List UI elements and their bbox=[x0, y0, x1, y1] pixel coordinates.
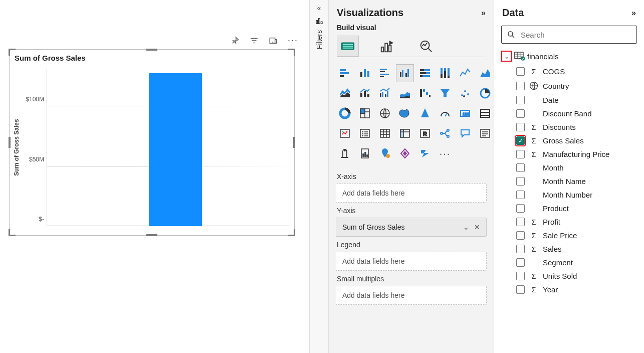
decomposition-tree-icon[interactable] bbox=[436, 124, 454, 142]
field-row[interactable]: Country bbox=[501, 78, 637, 93]
y-axis-well[interactable]: Sum of Gross Sales ⌄ ✕ bbox=[336, 218, 487, 237]
chevron-down-icon[interactable]: ⌄ bbox=[463, 223, 469, 231]
resize-handle[interactable] bbox=[9, 229, 16, 236]
resize-handle[interactable] bbox=[146, 49, 157, 51]
field-checkbox[interactable] bbox=[516, 177, 525, 186]
kpi-icon[interactable] bbox=[336, 124, 354, 142]
field-checkbox[interactable] bbox=[516, 204, 525, 213]
field-checkbox[interactable] bbox=[516, 150, 525, 158]
field-row[interactable]: Month bbox=[501, 161, 637, 174]
scatter-chart-icon[interactable] bbox=[456, 84, 474, 102]
field-row[interactable]: ✓Gross Sales bbox=[501, 134, 637, 147]
report-canvas[interactable]: ··· Sum of Gross Sales Sum of Gross Sale… bbox=[0, 0, 309, 353]
line-clustered-column-icon[interactable] bbox=[376, 84, 394, 102]
field-checkbox[interactable] bbox=[516, 123, 525, 131]
table-icon[interactable] bbox=[376, 124, 394, 142]
tab-build-visual[interactable] bbox=[337, 36, 359, 57]
filled-map-icon[interactable] bbox=[396, 104, 414, 122]
search-box[interactable] bbox=[501, 26, 637, 44]
line-stacked-column-icon[interactable] bbox=[356, 84, 374, 102]
stacked-column-chart-icon[interactable] bbox=[356, 64, 374, 82]
resize-handle[interactable] bbox=[9, 49, 16, 56]
narrative-icon[interactable] bbox=[476, 124, 494, 142]
stacked-area-chart-icon[interactable] bbox=[336, 84, 354, 102]
field-row[interactable]: Product bbox=[501, 202, 637, 215]
pin-icon[interactable] bbox=[231, 36, 240, 45]
field-row[interactable]: Sales bbox=[501, 242, 637, 256]
get-more-visuals-icon[interactable]: ··· bbox=[436, 144, 454, 162]
collapse-pane-icon[interactable]: » bbox=[481, 9, 486, 18]
field-checkbox[interactable] bbox=[516, 258, 525, 267]
power-automate-icon[interactable] bbox=[416, 144, 434, 162]
resize-handle[interactable] bbox=[288, 229, 295, 236]
field-checkbox[interactable] bbox=[516, 272, 525, 280]
field-row[interactable]: Units Sold bbox=[501, 269, 637, 283]
field-row[interactable]: Profit bbox=[501, 215, 637, 229]
resize-handle[interactable] bbox=[293, 137, 295, 148]
collapse-table-icon[interactable]: ⌄ bbox=[501, 51, 512, 62]
bar[interactable] bbox=[149, 73, 202, 226]
field-row[interactable]: COGS bbox=[501, 65, 637, 78]
field-row[interactable]: Month Number bbox=[501, 188, 637, 202]
resize-handle[interactable] bbox=[288, 49, 295, 56]
azure-map-icon[interactable] bbox=[416, 104, 434, 122]
field-checkbox[interactable]: ✓ bbox=[516, 136, 525, 145]
field-checkbox[interactable] bbox=[516, 96, 525, 104]
stacked-bar-chart-icon[interactable] bbox=[336, 64, 354, 82]
small-multiples-well[interactable]: Add data fields here bbox=[336, 286, 487, 305]
field-checkbox[interactable] bbox=[516, 109, 525, 118]
donut-chart-icon[interactable] bbox=[336, 104, 354, 122]
field-checkbox[interactable] bbox=[516, 67, 525, 76]
goals-icon[interactable] bbox=[336, 144, 354, 162]
field-row[interactable]: Year bbox=[501, 283, 637, 296]
arcgis-icon[interactable] bbox=[376, 144, 394, 162]
card-icon[interactable]: 123 bbox=[456, 104, 474, 122]
area-chart-icon[interactable] bbox=[476, 64, 494, 82]
field-row[interactable]: Discounts bbox=[501, 120, 637, 134]
field-checkbox[interactable] bbox=[516, 218, 525, 226]
expand-filters-icon[interactable]: « bbox=[317, 4, 321, 12]
field-checkbox[interactable] bbox=[516, 82, 525, 90]
resize-handle[interactable] bbox=[146, 234, 157, 236]
power-apps-icon[interactable] bbox=[396, 144, 414, 162]
filters-label[interactable]: Filters bbox=[315, 30, 323, 49]
r-visual-icon[interactable]: R bbox=[416, 124, 434, 142]
field-row[interactable]: Sale Price bbox=[501, 229, 637, 242]
collapse-pane-icon[interactable]: » bbox=[631, 9, 636, 18]
ribbon-chart-icon[interactable] bbox=[396, 84, 414, 102]
map-icon[interactable] bbox=[376, 104, 394, 122]
tab-format-visual[interactable] bbox=[376, 36, 398, 57]
remove-field-icon[interactable]: ✕ bbox=[474, 223, 480, 231]
field-row[interactable]: Manufacturing Price bbox=[501, 147, 637, 161]
x-axis-well[interactable]: Add data fields here bbox=[336, 184, 487, 203]
gauge-icon[interactable] bbox=[436, 104, 454, 122]
table-node[interactable]: ⌄ financials bbox=[494, 49, 644, 65]
multi-row-card-icon[interactable] bbox=[476, 104, 494, 122]
focus-mode-icon[interactable] bbox=[269, 36, 278, 45]
paginated-report-icon[interactable] bbox=[356, 144, 374, 162]
filter-icon[interactable] bbox=[250, 36, 259, 45]
field-row[interactable]: Discount Band bbox=[501, 107, 637, 120]
waterfall-chart-icon[interactable] bbox=[416, 84, 434, 102]
field-checkbox[interactable] bbox=[516, 163, 525, 172]
chart-visual[interactable]: Sum of Gross Sales Sum of Gross Sales $-… bbox=[9, 49, 295, 236]
qa-visual-icon[interactable] bbox=[456, 124, 474, 142]
matrix-icon[interactable] bbox=[396, 124, 414, 142]
hundred-stacked-bar-icon[interactable] bbox=[416, 64, 434, 82]
legend-well[interactable]: Add data fields here bbox=[336, 252, 487, 271]
field-checkbox[interactable] bbox=[516, 285, 525, 294]
field-checkbox[interactable] bbox=[516, 245, 525, 253]
resize-handle[interactable] bbox=[9, 137, 11, 148]
line-chart-icon[interactable] bbox=[456, 64, 474, 82]
tab-analytics[interactable] bbox=[415, 36, 437, 57]
search-input[interactable] bbox=[520, 30, 631, 40]
pie-chart-icon[interactable] bbox=[476, 84, 494, 102]
funnel-chart-icon[interactable] bbox=[436, 84, 454, 102]
field-row[interactable]: Month Name bbox=[501, 174, 637, 188]
field-row[interactable]: Date bbox=[501, 93, 637, 107]
field-checkbox[interactable] bbox=[516, 231, 525, 240]
slicer-icon[interactable] bbox=[356, 124, 374, 142]
clustered-bar-chart-icon[interactable] bbox=[376, 64, 394, 82]
clustered-column-chart-icon[interactable] bbox=[396, 64, 414, 82]
field-row[interactable]: Segment bbox=[501, 256, 637, 269]
